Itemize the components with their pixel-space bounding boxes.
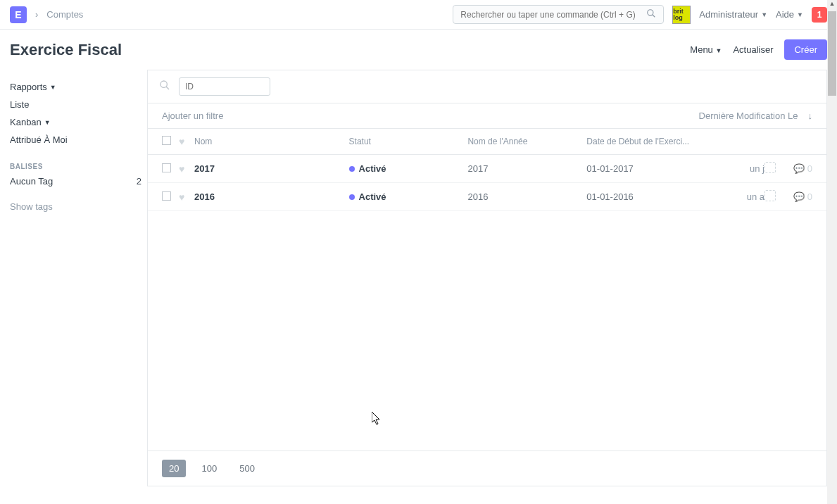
- scrollbar-thumb[interactable]: [828, 11, 836, 96]
- svg-point-2: [161, 81, 167, 87]
- svg-line-3: [166, 87, 169, 89]
- topbar: E › Comptes brit log Administrateur ▼ Ai…: [0, 0, 837, 30]
- sort-by-label[interactable]: Dernière Modification Le: [699, 111, 798, 121]
- global-search[interactable]: [453, 5, 664, 24]
- refresh-button[interactable]: Actualiser: [733, 44, 773, 55]
- sidebar-show-tags[interactable]: Show tags: [10, 198, 141, 215]
- column-header-name[interactable]: Nom: [194, 137, 349, 146]
- page-header: Exercice Fiscal Menu ▼ Actualiser Créer: [0, 30, 837, 70]
- tag-label: Aucun Tag: [10, 176, 53, 187]
- scrollbar-track[interactable]: ▲: [827, 0, 837, 496]
- row-date: 01-01-2017: [586, 163, 729, 174]
- comment-icon[interactable]: 💬: [793, 191, 805, 202]
- main-panel: Ajouter un filtre Dernière Modification …: [147, 70, 827, 486]
- search-icon[interactable]: [646, 8, 656, 20]
- breadcrumb-separator: ›: [35, 9, 38, 20]
- caret-down-icon: ▼: [44, 119, 51, 126]
- sort-direction-icon[interactable]: ↓: [808, 111, 813, 121]
- row-date: 01-01-2016: [586, 191, 729, 202]
- status-dot-icon: [349, 166, 355, 172]
- assign-button[interactable]: [764, 190, 776, 201]
- tag-count: 2: [137, 176, 141, 187]
- list-header: ♥ Nom Statut Nom de l'Année Date de Débu…: [148, 129, 826, 155]
- assign-button[interactable]: [764, 162, 776, 173]
- breadcrumb-comptes[interactable]: Comptes: [46, 9, 83, 20]
- sidebar-tags-header: BALISES: [10, 149, 141, 173]
- menu-button[interactable]: Menu ▼: [690, 44, 722, 55]
- page-actions: Menu ▼ Actualiser Créer: [690, 39, 827, 60]
- page-size-500[interactable]: 500: [232, 460, 262, 477]
- caret-down-icon: ▼: [50, 84, 56, 91]
- row-time: un j: [729, 163, 764, 174]
- row-year: 2016: [467, 191, 586, 202]
- sidebar-reports[interactable]: Rapports ▼: [10, 78, 141, 96]
- sidebar-list[interactable]: Liste: [10, 96, 141, 113]
- sidebar-kanban[interactable]: Kanban ▼: [10, 113, 141, 131]
- column-header-date[interactable]: Date de Début de l'Exerci...: [586, 137, 729, 146]
- user-menu[interactable]: Administrateur ▼: [699, 9, 767, 20]
- list-body: ♥ 2017 Activé 2017 01-01-2017 un j 💬 0 ♥…: [148, 155, 826, 451]
- heart-icon[interactable]: ♥: [179, 191, 184, 203]
- table-row[interactable]: ♥ 2016 Activé 2016 01-01-2016 un a 💬 0: [148, 183, 826, 211]
- row-status: Activé: [359, 163, 386, 174]
- like-all-icon[interactable]: ♥: [179, 136, 184, 147]
- notification-badge[interactable]: 1: [812, 7, 827, 23]
- row-name-link[interactable]: 2017: [194, 163, 215, 174]
- scrollbar-up-arrow[interactable]: ▲: [827, 0, 837, 11]
- heart-icon[interactable]: ♥: [179, 163, 184, 175]
- subfilter-bar: Ajouter un filtre Dernière Modification …: [148, 103, 826, 129]
- row-checkbox[interactable]: [162, 163, 171, 172]
- page-size-20[interactable]: 20: [162, 460, 186, 477]
- page-size-100[interactable]: 100: [194, 460, 224, 477]
- page-title: Exercice Fiscal: [10, 41, 122, 59]
- svg-line-1: [653, 15, 655, 18]
- row-name-link[interactable]: 2016: [194, 191, 215, 202]
- add-filter-link[interactable]: Ajouter un filtre: [162, 111, 223, 121]
- sidebar-tag-none[interactable]: Aucun Tag 2: [10, 173, 141, 189]
- id-filter-input[interactable]: [179, 77, 270, 96]
- filter-bar: [148, 70, 826, 103]
- sidebar-assigned-to-me[interactable]: Attribué À Moi: [10, 131, 141, 149]
- comment-count: 0: [807, 163, 812, 174]
- row-time: un a: [729, 191, 764, 202]
- svg-point-0: [648, 10, 653, 15]
- status-dot-icon: [349, 194, 355, 200]
- filter-search-icon[interactable]: [159, 80, 170, 94]
- app-logo[interactable]: E: [10, 6, 27, 23]
- table-row[interactable]: ♥ 2017 Activé 2017 01-01-2017 un j 💬 0: [148, 155, 826, 183]
- sidebar: Rapports ▼ Liste Kanban ▼ Attribué À Moi…: [10, 70, 147, 486]
- pagination: 20 100 500: [148, 451, 826, 486]
- menu-label: Menu: [690, 44, 713, 55]
- brand-logo[interactable]: brit log: [672, 6, 691, 24]
- caret-down-icon: ▼: [715, 47, 722, 54]
- create-button[interactable]: Créer: [784, 39, 827, 60]
- help-menu[interactable]: Aide ▼: [776, 9, 803, 20]
- column-header-status[interactable]: Statut: [349, 137, 468, 146]
- comment-count: 0: [807, 191, 812, 202]
- user-label: Administrateur: [699, 9, 758, 20]
- row-year: 2017: [467, 163, 586, 174]
- select-all-checkbox[interactable]: [162, 136, 171, 145]
- sidebar-item-label: Rapports: [10, 82, 47, 92]
- caret-down-icon: ▼: [797, 11, 803, 18]
- sidebar-item-label: Kanban: [10, 117, 42, 127]
- row-checkbox[interactable]: [162, 191, 171, 201]
- help-label: Aide: [776, 9, 794, 20]
- search-input[interactable]: [460, 10, 646, 20]
- row-status: Activé: [359, 191, 386, 202]
- comment-icon[interactable]: 💬: [793, 163, 805, 174]
- caret-down-icon: ▼: [761, 11, 767, 18]
- column-header-year[interactable]: Nom de l'Année: [467, 137, 586, 146]
